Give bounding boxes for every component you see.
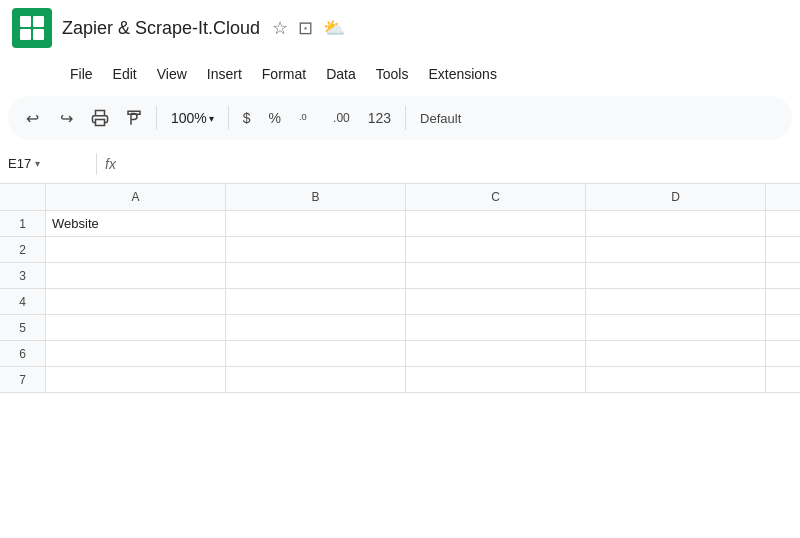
menu-view[interactable]: View bbox=[147, 62, 197, 86]
table-row: 6 bbox=[0, 341, 800, 367]
font-label: Default bbox=[412, 111, 469, 126]
cell-c7[interactable] bbox=[406, 367, 586, 392]
decimal-decrease-button[interactable]: .00 bbox=[325, 104, 358, 132]
zoom-arrow-icon: ▾ bbox=[209, 113, 214, 124]
cell-a5[interactable] bbox=[46, 315, 226, 340]
cell-d3[interactable] bbox=[586, 263, 766, 288]
col-header-c[interactable]: C bbox=[406, 184, 586, 210]
cell-d1[interactable] bbox=[586, 211, 766, 236]
cell-ref-dropdown-icon[interactable]: ▾ bbox=[35, 158, 40, 169]
menu-insert[interactable]: Insert bbox=[197, 62, 252, 86]
cell-b2[interactable] bbox=[226, 237, 406, 262]
menu-file[interactable]: File bbox=[60, 62, 103, 86]
row-num-header bbox=[0, 184, 46, 210]
row-num-5: 5 bbox=[0, 315, 46, 340]
divider-3 bbox=[405, 106, 406, 130]
menu-tools[interactable]: Tools bbox=[366, 62, 419, 86]
col-header-d[interactable]: D bbox=[586, 184, 766, 210]
app-title: Zapier & Scrape-It.Cloud bbox=[62, 18, 260, 39]
divider-1 bbox=[156, 106, 157, 130]
menu-bar: File Edit View Insert Format Data Tools … bbox=[0, 56, 800, 92]
divider-2 bbox=[228, 106, 229, 130]
cell-b5[interactable] bbox=[226, 315, 406, 340]
cell-a4[interactable] bbox=[46, 289, 226, 314]
star-icon[interactable]: ☆ bbox=[272, 17, 288, 39]
cell-reference: E17 ▾ bbox=[8, 156, 88, 171]
toolbar: ↩ ↪ 100% ▾ $ % .0 .00 123 Default bbox=[8, 96, 792, 140]
menu-extensions[interactable]: Extensions bbox=[418, 62, 506, 86]
cell-c5[interactable] bbox=[406, 315, 586, 340]
cell-d7[interactable] bbox=[586, 367, 766, 392]
more-formats-button[interactable]: 123 bbox=[360, 104, 399, 132]
cell-b3[interactable] bbox=[226, 263, 406, 288]
cell-d4[interactable] bbox=[586, 289, 766, 314]
cell-c3[interactable] bbox=[406, 263, 586, 288]
formula-bar: E17 ▾ fx bbox=[0, 144, 800, 184]
spreadsheet: A B C D 1 Website 2 3 bbox=[0, 184, 800, 393]
cell-b1[interactable] bbox=[226, 211, 406, 236]
svg-rect-0 bbox=[96, 120, 105, 126]
cell-ref-text: E17 bbox=[8, 156, 31, 171]
cell-b4[interactable] bbox=[226, 289, 406, 314]
cell-b6[interactable] bbox=[226, 341, 406, 366]
row-num-4: 4 bbox=[0, 289, 46, 314]
undo-button[interactable]: ↩ bbox=[16, 102, 48, 134]
zoom-selector[interactable]: 100% ▾ bbox=[163, 104, 222, 132]
title-bar: Zapier & Scrape-It.Cloud ☆ ⊡ ⛅ bbox=[0, 0, 800, 56]
cell-c1[interactable] bbox=[406, 211, 586, 236]
currency-button[interactable]: $ bbox=[235, 104, 259, 132]
col-header-b[interactable]: B bbox=[226, 184, 406, 210]
cell-a1[interactable]: Website bbox=[46, 211, 226, 236]
cell-c2[interactable] bbox=[406, 237, 586, 262]
menu-data[interactable]: Data bbox=[316, 62, 366, 86]
formula-bar-divider bbox=[96, 153, 97, 175]
menu-format[interactable]: Format bbox=[252, 62, 316, 86]
cloud-icon[interactable]: ⛅ bbox=[323, 17, 345, 39]
cell-d5[interactable] bbox=[586, 315, 766, 340]
cell-a6[interactable] bbox=[46, 341, 226, 366]
folder-icon[interactable]: ⊡ bbox=[298, 17, 313, 39]
table-row: 4 bbox=[0, 289, 800, 315]
cell-d2[interactable] bbox=[586, 237, 766, 262]
row-num-7: 7 bbox=[0, 367, 46, 392]
table-row: 5 bbox=[0, 315, 800, 341]
cell-a3[interactable] bbox=[46, 263, 226, 288]
print-button[interactable] bbox=[84, 102, 116, 134]
row-num-2: 2 bbox=[0, 237, 46, 262]
fx-label: fx bbox=[105, 156, 116, 172]
title-icons: ☆ ⊡ ⛅ bbox=[272, 17, 345, 39]
paint-format-button[interactable] bbox=[118, 102, 150, 134]
column-headers: A B C D bbox=[0, 184, 800, 211]
cell-a1-value: Website bbox=[52, 216, 99, 231]
cell-a2[interactable] bbox=[46, 237, 226, 262]
redo-button[interactable]: ↪ bbox=[50, 102, 82, 134]
table-row: 3 bbox=[0, 263, 800, 289]
table-row: 1 Website bbox=[0, 211, 800, 237]
col-header-a[interactable]: A bbox=[46, 184, 226, 210]
row-num-6: 6 bbox=[0, 341, 46, 366]
cell-a7[interactable] bbox=[46, 367, 226, 392]
app-icon bbox=[12, 8, 52, 48]
cell-b7[interactable] bbox=[226, 367, 406, 392]
decimal-increase-button[interactable]: .0 bbox=[291, 104, 323, 132]
zoom-value: 100% bbox=[171, 110, 207, 126]
row-num-3: 3 bbox=[0, 263, 46, 288]
sheet-container: A B C D 1 Website 2 3 bbox=[0, 184, 800, 393]
table-row: 2 bbox=[0, 237, 800, 263]
table-row: 7 bbox=[0, 367, 800, 393]
cell-d6[interactable] bbox=[586, 341, 766, 366]
menu-edit[interactable]: Edit bbox=[103, 62, 147, 86]
percent-button[interactable]: % bbox=[261, 104, 289, 132]
cell-c6[interactable] bbox=[406, 341, 586, 366]
cell-c4[interactable] bbox=[406, 289, 586, 314]
row-num-1: 1 bbox=[0, 211, 46, 236]
svg-text:.0: .0 bbox=[299, 111, 307, 121]
